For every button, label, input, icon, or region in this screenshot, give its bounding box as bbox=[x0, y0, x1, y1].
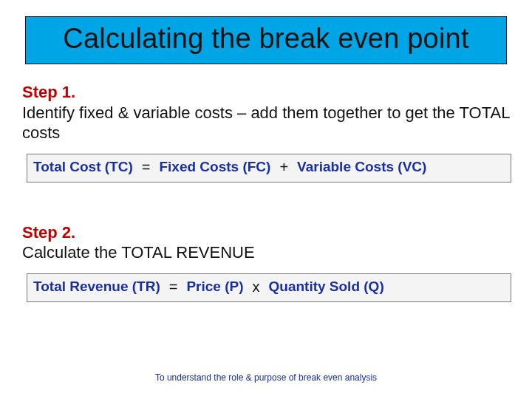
step-2-label: Step 2. bbox=[22, 223, 75, 242]
formula-1: Total Cost (TC) = Fixed Costs (FC) + Var… bbox=[27, 154, 511, 183]
equals-icon: = bbox=[140, 159, 152, 176]
page-title: Calculating the break even point bbox=[41, 23, 491, 55]
step-1-desc: Identify fixed & variable costs – add th… bbox=[22, 103, 510, 143]
step-1: Step 1. Identify fixed & variable costs … bbox=[22, 82, 510, 183]
multiply-icon: x bbox=[251, 279, 262, 296]
spacer bbox=[22, 187, 510, 222]
step-2: Step 2. Calculate the TOTAL REVENUE Tota… bbox=[22, 222, 510, 302]
title-box: Calculating the break even point bbox=[25, 16, 507, 64]
formula-1-rhs2: Variable Costs (VC) bbox=[297, 159, 426, 175]
formula-2: Total Revenue (TR) = Price (P) x Quantit… bbox=[27, 273, 511, 302]
step-2-desc: Calculate the TOTAL REVENUE bbox=[22, 242, 510, 263]
formula-2-rhs1: Price (P) bbox=[186, 279, 243, 295]
footer-note: To understand the role & purpose of brea… bbox=[0, 372, 532, 383]
plus-icon: + bbox=[278, 159, 290, 176]
step-1-label: Step 1. bbox=[22, 83, 75, 101]
formula-1-rhs1: Fixed Costs (FC) bbox=[159, 159, 270, 175]
slide: Calculating the break even point Step 1.… bbox=[0, 0, 532, 399]
equals-icon: = bbox=[168, 279, 180, 296]
formula-1-lhs: Total Cost (TC) bbox=[33, 159, 133, 175]
content: Step 1. Identify fixed & variable costs … bbox=[21, 82, 511, 302]
formula-2-rhs2: Quantity Sold (Q) bbox=[269, 279, 384, 295]
formula-2-lhs: Total Revenue (TR) bbox=[33, 279, 160, 295]
